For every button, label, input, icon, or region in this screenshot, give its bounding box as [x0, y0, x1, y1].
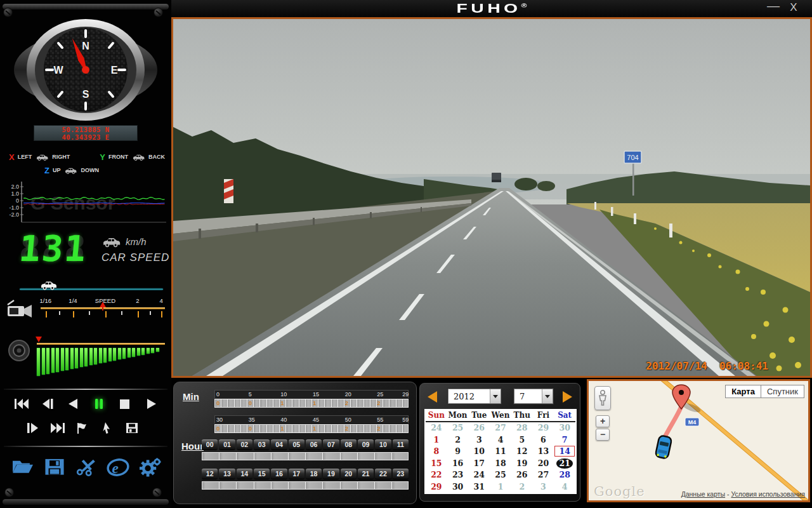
calendar-next-month-button[interactable]	[563, 391, 572, 403]
hour-button-21[interactable]: 21	[358, 469, 374, 479]
calendar-day-14[interactable]: 14	[554, 446, 575, 458]
calendar-day-29[interactable]: 29	[533, 422, 554, 434]
hour-button-16[interactable]: 16	[271, 469, 287, 479]
hour-button-20[interactable]: 20	[341, 469, 357, 479]
hour-button-13[interactable]: 13	[219, 469, 235, 479]
save-frame-button[interactable]	[122, 420, 142, 437]
pause-button[interactable]	[89, 396, 109, 413]
calendar-day-2[interactable]: 2	[447, 434, 469, 446]
close-button[interactable]: X	[785, 1, 802, 14]
year-dropdown[interactable]: 2012	[448, 389, 501, 404]
hour-button-08[interactable]: 08	[341, 439, 357, 450]
calendar-day-31[interactable]: 31	[468, 481, 490, 493]
calendar-day-2[interactable]: 2	[511, 481, 533, 493]
speed-scale[interactable]: 1/161/4SPEED24	[41, 297, 165, 328]
calendar-day-21[interactable]: 21	[554, 458, 575, 470]
calendar-day-7[interactable]: 7	[554, 434, 575, 446]
calendar-day-20[interactable]: 20	[533, 458, 554, 470]
hour-button-14[interactable]: 14	[237, 469, 252, 479]
clip-scissors-button[interactable]	[72, 455, 100, 480]
calendar-day-6[interactable]: 6	[533, 434, 554, 446]
calendar-day-9[interactable]: 9	[447, 446, 469, 458]
calendar-day-27[interactable]: 27	[533, 469, 554, 481]
hour-button-19[interactable]: 19	[323, 469, 339, 479]
calendar-day-26[interactable]: 26	[511, 469, 533, 481]
flag-marker-button[interactable]	[72, 420, 93, 437]
hour-button-18[interactable]: 18	[306, 469, 322, 479]
calendar-day-29[interactable]: 29	[426, 481, 447, 493]
calendar-day-22[interactable]: 22	[426, 469, 447, 481]
web-browser-button[interactable]: e	[104, 455, 132, 480]
progress-car-thumb[interactable]	[39, 277, 58, 294]
calendar-day-28[interactable]: 28	[554, 469, 575, 481]
play-forward-button[interactable]	[141, 396, 161, 413]
map-data-link[interactable]: Данные карты	[681, 490, 725, 498]
hour-button-15[interactable]: 15	[254, 469, 270, 479]
calendar-day-10[interactable]: 10	[468, 446, 490, 458]
map-canvas[interactable]: M4	[589, 381, 808, 500]
calendar-day-3[interactable]: 3	[468, 434, 490, 446]
volume-marker[interactable]	[36, 337, 42, 342]
map-type-satellite-button[interactable]: Спутник	[761, 385, 804, 398]
minute-grid-0-29[interactable]: 001122	[214, 399, 409, 408]
gps-map-panel[interactable]: M4 + − Карта Спутник Google Данные карты…	[587, 379, 810, 502]
hour-button-03[interactable]: 03	[254, 439, 270, 450]
calendar-day-11[interactable]: 11	[490, 446, 511, 458]
stop-button[interactable]	[115, 396, 135, 413]
map-zoom-out-button[interactable]: −	[596, 429, 610, 441]
hour-button-00[interactable]: 00	[202, 439, 218, 450]
hour-button-10[interactable]: 10	[375, 439, 391, 450]
map-zoom-in-button[interactable]: +	[596, 415, 610, 427]
hour-button-22[interactable]: 22	[375, 469, 391, 479]
hour-button-02[interactable]: 02	[237, 439, 252, 450]
calendar-day-17[interactable]: 17	[468, 458, 490, 470]
hour-button-12[interactable]: 12	[202, 469, 218, 479]
hour-button-09[interactable]: 09	[358, 439, 374, 450]
hour-button-17[interactable]: 17	[289, 469, 304, 479]
street-view-pegman-button[interactable]	[594, 386, 611, 410]
fast-forward-button[interactable]	[48, 420, 68, 437]
hour-button-23[interactable]: 23	[393, 469, 409, 479]
calendar-day-1[interactable]: 1	[426, 434, 447, 446]
hour-button-04[interactable]: 04	[271, 439, 287, 450]
month-dropdown[interactable]: 7	[514, 389, 553, 404]
minute-grid-30-59[interactable]: 001122	[214, 424, 409, 433]
calendar-day-4[interactable]: 4	[490, 434, 511, 446]
calendar-day-23[interactable]: 23	[447, 469, 469, 481]
terms-link[interactable]: Условия использования	[731, 490, 805, 498]
settings-gear-button[interactable]	[136, 455, 164, 480]
frame-back-button[interactable]	[37, 396, 58, 413]
calendar-day-24[interactable]: 24	[426, 422, 447, 434]
save-file-button[interactable]	[41, 455, 69, 480]
hour-button-05[interactable]: 05	[289, 439, 304, 450]
calendar-day-27[interactable]: 27	[490, 422, 511, 434]
calendar-day-25[interactable]: 25	[490, 469, 511, 481]
minimize-button[interactable]: —	[765, 0, 782, 13]
calendar-day-5[interactable]: 5	[511, 434, 533, 446]
hour-button-07[interactable]: 07	[323, 439, 339, 450]
calendar-day-19[interactable]: 19	[511, 458, 533, 470]
calendar-day-30[interactable]: 30	[554, 422, 575, 434]
event-marker-button[interactable]	[97, 420, 117, 437]
calendar-day-13[interactable]: 13	[533, 446, 554, 458]
dropdown-arrow-icon[interactable]	[490, 389, 501, 403]
map-type-map-button[interactable]: Карта	[725, 385, 761, 398]
calendar-day-12[interactable]: 12	[511, 446, 533, 458]
hour-button-06[interactable]: 06	[306, 439, 322, 450]
calendar-day-15[interactable]: 15	[426, 458, 447, 470]
dropdown-arrow-icon[interactable]	[542, 389, 553, 403]
calendar-day-18[interactable]: 18	[490, 458, 511, 470]
step-forward-button[interactable]	[23, 420, 43, 437]
calendar-day-24[interactable]: 24	[468, 469, 490, 481]
hour-grid-12-23[interactable]	[202, 481, 409, 490]
rewind-to-start-button[interactable]	[11, 396, 32, 413]
play-reverse-button[interactable]	[63, 396, 84, 413]
calendar-prev-month-button[interactable]	[428, 391, 437, 403]
hour-grid-0-11[interactable]	[202, 452, 409, 460]
calendar-day-3[interactable]: 3	[533, 481, 554, 493]
playback-progress-slider[interactable]	[19, 281, 164, 297]
hour-button-11[interactable]: 11	[393, 439, 409, 450]
calendar-day-28[interactable]: 28	[511, 422, 533, 434]
calendar-day-8[interactable]: 8	[426, 446, 447, 458]
calendar-day-1[interactable]: 1	[490, 481, 511, 493]
